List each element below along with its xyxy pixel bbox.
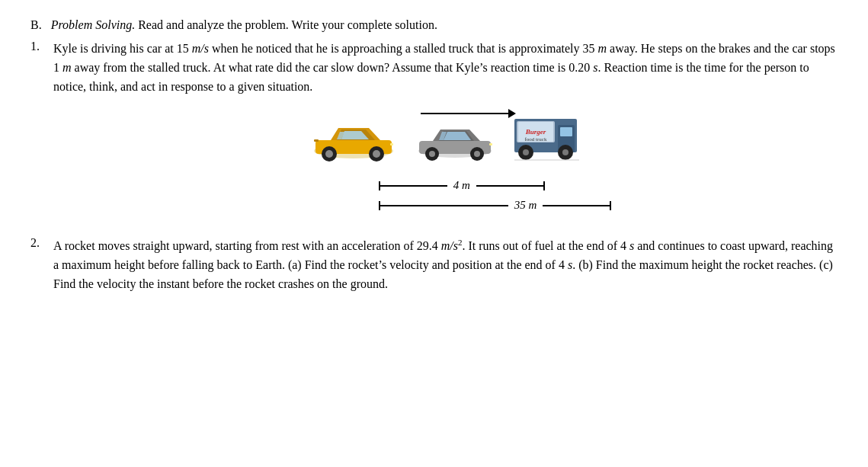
measure-4m: 4 m: [379, 177, 545, 194]
bracket-left-4m: [379, 185, 386, 187]
svg-point-31: [523, 149, 529, 155]
section-instruction: Read and analyze the problem. Write your…: [138, 18, 437, 31]
problem-list: 1. Kyle is driving his car at 15 m/s whe…: [30, 40, 838, 293]
svg-text:Burger: Burger: [525, 128, 546, 136]
line-4m: [386, 185, 447, 187]
arrow-line: [421, 113, 512, 114]
svg-point-21: [474, 151, 480, 157]
yellow-car-svg: [308, 119, 399, 165]
svg-point-9: [373, 150, 380, 158]
svg-rect-22: [489, 143, 492, 146]
line-35m: [386, 205, 508, 206]
svg-point-33: [562, 149, 569, 155]
svg-rect-10: [390, 143, 393, 146]
cars-row: Burger food truck: [308, 105, 583, 171]
gray-car: [413, 120, 497, 171]
svg-point-19: [429, 151, 435, 157]
label-35m: 35 m: [514, 197, 537, 214]
truck: Burger food truck: [511, 111, 583, 171]
problem-number-2: 2.: [30, 236, 53, 250]
problem-text-2: A rocket moves straight upward, starting…: [53, 236, 838, 294]
bracket-right-35m: [604, 205, 611, 206]
problem-item-2: 2. A rocket moves straight upward, start…: [30, 236, 838, 294]
svg-text:food truck: food truck: [525, 136, 547, 142]
measure-35m: 35 m: [379, 197, 612, 214]
truck-svg: Burger food truck: [511, 111, 583, 165]
yellow-car: [308, 119, 399, 171]
section-header: B. Problem Solving. Read and analyze the…: [30, 18, 838, 32]
bracket-right-4m: [537, 185, 545, 187]
problem-number-1: 1.: [30, 40, 53, 53]
section-label: B.: [30, 18, 42, 31]
measurements: 4 m 35 m: [379, 177, 612, 216]
arrow-head: [508, 109, 516, 118]
line-4m-right: [476, 185, 537, 187]
diagram-1: Burger food truck: [53, 105, 838, 216]
problem-text-1: Kyle is driving his car at 15 m/s when h…: [53, 40, 838, 222]
label-4m: 4 m: [453, 177, 470, 194]
svg-rect-29: [560, 127, 572, 136]
svg-point-7: [325, 150, 333, 158]
line-35m-right: [543, 205, 604, 206]
gray-car-svg: [413, 120, 497, 165]
section-title: Problem Solving.: [51, 18, 136, 31]
svg-rect-11: [314, 139, 319, 142]
bracket-left-35m: [379, 205, 386, 206]
problem-item-1: 1. Kyle is driving his car at 15 m/s whe…: [30, 40, 838, 222]
